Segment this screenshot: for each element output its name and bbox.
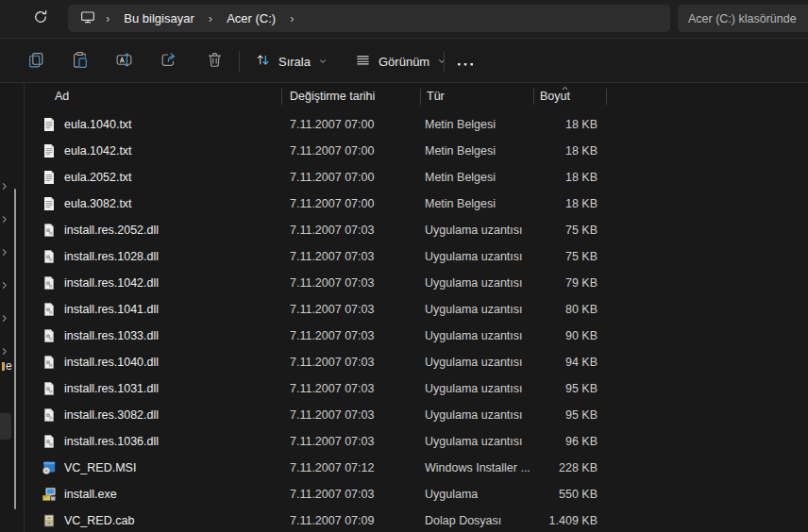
column-separator[interactable] xyxy=(420,89,421,105)
tree-expand-chevron-icon[interactable] xyxy=(0,243,9,253)
file-size: 96 KB xyxy=(478,435,598,448)
file-name: VC_RED.MSI xyxy=(64,461,136,474)
file-name: eula.1042.txt xyxy=(64,144,132,158)
file-row[interactable]: install.res.2052.dll 7.11.2007 07:03 Uyg… xyxy=(25,217,808,243)
file-name: eula.3082.txt xyxy=(64,197,132,210)
file-row[interactable]: install.res.1042.dll 7.11.2007 07:03 Uyg… xyxy=(25,270,808,296)
tree-expand-chevron-icon[interactable] xyxy=(0,276,9,286)
file-date-modified: 7.11.2007 07:03 xyxy=(290,356,374,369)
file-row[interactable]: VC_RED.cab 7.11.2007 07:09 Dolap Dosyası… xyxy=(25,507,808,532)
paste-icon xyxy=(71,51,89,73)
title-bar: › Bu bilgisayar › Acer (C:) › xyxy=(0,0,808,38)
file-size: 75 KB xyxy=(478,250,598,263)
breadcrumb-acer-c[interactable]: Acer (C:) xyxy=(223,9,279,27)
dll-file-icon xyxy=(42,328,57,343)
tree-expand-chevron-icon[interactable] xyxy=(0,210,9,220)
column-header-name[interactable]: Ad xyxy=(55,90,69,103)
rename-icon xyxy=(115,51,133,73)
file-date-modified: 7.11.2007 07:03 xyxy=(290,435,374,448)
file-date-modified: 7.11.2007 07:03 xyxy=(290,224,374,237)
file-date-modified: 7.11.2007 07:12 xyxy=(290,461,374,474)
file-row[interactable]: install.res.1041.dll 7.11.2007 07:03 Uyg… xyxy=(25,296,808,323)
file-icon xyxy=(42,117,57,132)
file-icon xyxy=(42,381,57,396)
file-row[interactable]: eula.2052.txt 7.11.2007 07:00 Metin Belg… xyxy=(25,164,808,191)
dll-file-icon xyxy=(42,355,57,370)
tree-expand-chevron-icon[interactable] xyxy=(0,342,9,352)
content-area: e Ad Değiştirme tarihi Tür Boyut xyxy=(0,83,808,532)
nav-selected-item-sliver[interactable] xyxy=(0,413,11,440)
file-name: install.res.2052.dll xyxy=(64,224,159,237)
file-row[interactable]: VC_RED.MSI 7.11.2007 07:12 Windows Insta… xyxy=(25,455,808,481)
exe-installer-icon xyxy=(42,487,57,502)
breadcrumb-separator-icon: › xyxy=(202,12,219,25)
file-icon xyxy=(42,196,57,211)
file-icon xyxy=(42,223,57,238)
file-date-modified: 7.11.2007 07:03 xyxy=(290,408,374,422)
column-header-size[interactable]: Boyut xyxy=(540,90,570,103)
file-row[interactable]: install.res.3082.dll 7.11.2007 07:03 Uyg… xyxy=(25,402,808,428)
file-date-modified: 7.11.2007 07:00 xyxy=(290,144,374,158)
text-file-icon xyxy=(42,117,57,132)
file-row[interactable]: install.res.1036.dll 7.11.2007 07:03 Uyg… xyxy=(25,428,808,455)
file-icon xyxy=(42,513,57,528)
file-icon xyxy=(42,355,57,370)
nav-item-clipped-label[interactable]: e xyxy=(2,359,12,373)
breadcrumb-this-pc[interactable]: Bu bilgisayar xyxy=(120,9,197,27)
column-separator[interactable] xyxy=(281,89,282,105)
file-row[interactable]: install.res.1040.dll 7.11.2007 07:03 Uyg… xyxy=(25,349,808,375)
file-icon xyxy=(42,275,57,291)
file-size: 18 KB xyxy=(478,144,598,158)
delete-button[interactable] xyxy=(198,46,230,76)
copy-button[interactable] xyxy=(20,46,52,76)
more-options-icon xyxy=(458,53,473,70)
toolbar-separator xyxy=(239,51,240,72)
paste-button[interactable] xyxy=(63,46,95,76)
column-header-type[interactable]: Tür xyxy=(427,90,445,103)
file-explorer-window: { "titlebar": { "breadcrumbs": [ { "labe… xyxy=(0,0,808,532)
file-row[interactable]: install.res.1033.dll 7.11.2007 07:03 Uyg… xyxy=(25,323,808,349)
file-date-modified: 7.11.2007 07:03 xyxy=(290,303,374,316)
rename-button[interactable] xyxy=(108,46,140,76)
text-file-icon xyxy=(42,196,57,211)
share-icon xyxy=(160,51,177,73)
trash-icon xyxy=(206,51,224,73)
tree-expand-chevron-icon[interactable] xyxy=(0,309,9,319)
sort-icon xyxy=(255,52,271,71)
file-size: 94 KB xyxy=(478,356,598,369)
search-input[interactable] xyxy=(678,5,808,32)
file-row[interactable]: eula.1040.txt 7.11.2007 07:00 Metin Belg… xyxy=(25,111,808,138)
breadcrumb-separator-icon: › xyxy=(283,12,300,25)
refresh-button[interactable] xyxy=(26,6,55,32)
dll-file-icon xyxy=(42,434,57,449)
this-pc-icon xyxy=(80,9,95,28)
file-date-modified: 7.11.2007 07:03 xyxy=(290,276,374,290)
file-name: VC_RED.cab xyxy=(64,514,134,527)
sort-button[interactable]: Sırala xyxy=(247,46,335,76)
column-header-row: Ad Değiştirme tarihi Tür Boyut xyxy=(25,83,808,109)
tree-expand-chevron-icon[interactable] xyxy=(0,177,9,187)
breadcrumb-separator-icon: › xyxy=(99,12,116,25)
file-row[interactable]: eula.1042.txt 7.11.2007 07:00 Metin Belg… xyxy=(25,138,808,164)
file-name: install.res.1040.dll xyxy=(64,356,159,369)
file-icon xyxy=(42,170,57,185)
nav-pane-scrollbar[interactable] xyxy=(14,189,16,509)
column-separator[interactable] xyxy=(533,89,534,105)
chevron-down-icon xyxy=(318,55,328,69)
file-icon xyxy=(42,249,57,264)
file-icon xyxy=(42,434,57,449)
file-row[interactable]: install.res.1031.dll 7.11.2007 07:03 Uyg… xyxy=(25,375,808,402)
column-separator[interactable] xyxy=(606,89,607,105)
address-bar[interactable]: › Bu bilgisayar › Acer (C:) › xyxy=(68,5,670,32)
file-size: 90 KB xyxy=(478,329,598,342)
dll-file-icon xyxy=(42,223,57,238)
more-options-button[interactable] xyxy=(451,46,480,76)
column-header-date-modified[interactable]: Değiştirme tarihi xyxy=(290,90,375,103)
file-row[interactable]: install.res.1028.dll 7.11.2007 07:03 Uyg… xyxy=(25,243,808,270)
share-button[interactable] xyxy=(152,46,184,76)
view-button[interactable]: Görünüm xyxy=(347,46,454,76)
cabinet-file-icon xyxy=(42,513,57,528)
file-row[interactable]: eula.3082.txt 7.11.2007 07:00 Metin Belg… xyxy=(25,191,808,217)
dll-file-icon xyxy=(42,407,57,423)
file-row[interactable]: install.exe 7.11.2007 07:03 Uygulama 550… xyxy=(25,481,808,507)
